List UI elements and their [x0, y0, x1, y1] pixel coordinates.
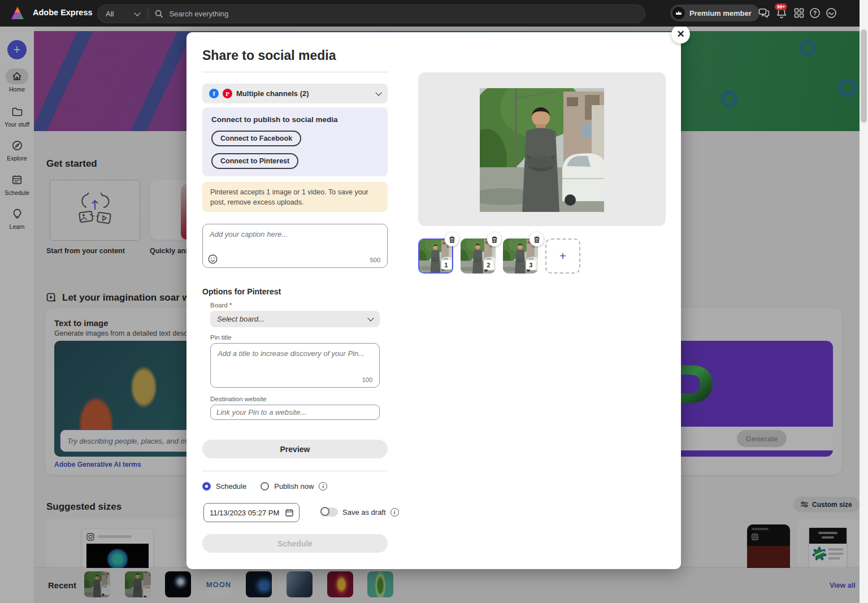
search-icon — [155, 10, 163, 18]
save-as-draft-row: Save as draft i — [321, 507, 399, 517]
board-select[interactable]: Select board... — [210, 311, 380, 327]
draft-info-icon[interactable]: i — [390, 508, 399, 517]
publish-mode-radios: Schedule Publish now i — [202, 482, 327, 491]
premium-label: Premium member — [689, 9, 752, 18]
adobe-express-logo-icon[interactable] — [10, 6, 25, 20]
add-upload-button[interactable]: + — [545, 238, 580, 274]
premium-icon — [672, 7, 685, 19]
caption-field: 500 — [202, 224, 388, 268]
chevron-down-icon — [375, 89, 381, 96]
notification-count-badge: 99+ — [775, 3, 787, 10]
publish-now-radio[interactable] — [261, 482, 269, 491]
pinterest-options-heading: Options for Pinterest — [202, 287, 281, 296]
publish-now-radio-label: Publish now — [274, 482, 314, 491]
delete-upload-2-button[interactable] — [487, 232, 501, 246]
connect-facebook-button[interactable]: Connect to Facebook — [211, 131, 301, 146]
app-grid-icon[interactable] — [793, 7, 805, 19]
divider — [202, 471, 388, 471]
caption-char-limit: 500 — [370, 257, 380, 263]
destination-website-label: Destination website — [210, 396, 267, 402]
chat-icon[interactable] — [758, 7, 770, 19]
facebook-icon: f — [209, 89, 219, 98]
pin-title-field: 100 — [210, 343, 380, 388]
search-placeholder: Search everything — [169, 10, 228, 18]
premium-member-badge[interactable]: Premium member — [670, 5, 760, 21]
post-preview-image — [480, 88, 604, 212]
dialog-title: Share to social media — [202, 48, 336, 63]
schedule-datetime-input[interactable]: 11/13/2023 05:27 PM — [203, 503, 300, 522]
pin-title-label: Pin title — [210, 334, 232, 341]
upload-2-number-badge: 2 — [484, 260, 493, 270]
delete-upload-3-button[interactable] — [530, 232, 544, 246]
board-label: Board * — [210, 302, 232, 309]
upload-1-number-badge: 1 — [441, 260, 451, 270]
save-as-draft-toggle[interactable] — [321, 507, 338, 517]
connect-heading: Connect to publish to social media — [211, 115, 379, 124]
search-scope-value: All — [106, 10, 114, 18]
chevron-down-icon — [134, 10, 141, 16]
caption-input[interactable] — [209, 229, 380, 254]
publish-info-icon[interactable]: i — [319, 482, 327, 491]
upload-3-number-badge: 3 — [526, 260, 536, 270]
pin-title-char-limit: 100 — [362, 376, 372, 383]
top-navigation-bar: Adobe Express All Search everything Prem… — [0, 0, 868, 27]
close-dialog-button[interactable]: ✕ — [671, 25, 690, 44]
search-scope-dropdown[interactable]: All — [98, 5, 147, 23]
chevron-down-icon — [367, 315, 374, 321]
pinterest-icon: P — [223, 89, 232, 98]
destination-website-input[interactable] — [210, 405, 380, 420]
connect-pinterest-button[interactable]: Connect to Pinterest — [211, 153, 298, 169]
datetime-value: 11/13/2023 05:27 PM — [210, 509, 279, 517]
schedule-submit-button[interactable]: Schedule — [202, 534, 388, 553]
calendar-icon — [285, 509, 293, 517]
channels-dropdown[interactable]: f P Multiple channels (2) — [202, 84, 388, 103]
emoji-icon[interactable] — [208, 254, 218, 264]
app-title: Adobe Express — [33, 8, 93, 17]
search-bar[interactable]: All Search everything — [97, 5, 645, 23]
pinterest-warning: Pinterest accepts 1 image or 1 video. To… — [202, 182, 388, 212]
divider — [147, 9, 148, 19]
scrollbar-thumb[interactable] — [861, 29, 867, 123]
share-to-social-media-dialog: Share to social media f P Multiple chann… — [186, 32, 681, 569]
divider — [202, 72, 388, 72]
preview-button[interactable]: Preview — [202, 440, 388, 458]
channels-value: Multiple channels (2) — [236, 89, 309, 98]
connect-section: Connect to publish to social media Conne… — [202, 107, 388, 176]
delete-upload-1-button[interactable] — [445, 232, 459, 246]
help-icon[interactable]: ? — [809, 7, 821, 19]
svg-text:?: ? — [813, 10, 817, 16]
save-as-draft-label: Save as draft — [342, 508, 386, 517]
creative-cloud-icon[interactable] — [826, 7, 837, 19]
schedule-radio[interactable] — [202, 482, 211, 491]
schedule-radio-label: Schedule — [216, 482, 246, 491]
page-scrollbar[interactable] — [860, 0, 868, 603]
pin-title-input[interactable] — [216, 348, 374, 374]
